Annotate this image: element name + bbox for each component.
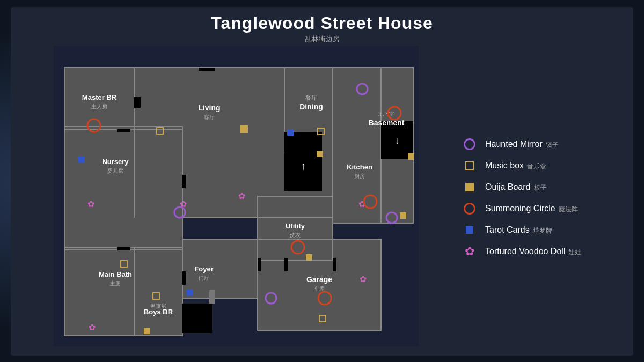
svg-text:✿: ✿ xyxy=(89,323,96,332)
svg-rect-64 xyxy=(240,125,248,133)
svg-rect-25 xyxy=(199,68,215,71)
svg-text:地下室: 地下室 xyxy=(378,111,394,117)
svg-text:婴儿房: 婴儿房 xyxy=(107,168,123,174)
svg-rect-65 xyxy=(287,129,294,136)
svg-rect-33 xyxy=(182,304,212,333)
map-svg: ↑ ↓ Master BR 主人房 N xyxy=(21,46,451,346)
svg-text:Nursery: Nursery xyxy=(102,158,129,166)
svg-text:✿: ✿ xyxy=(238,191,245,201)
haunted-mirror-icon xyxy=(462,136,478,152)
ouija-board-icon xyxy=(462,179,478,195)
legend-item-haunted-mirror: Haunted Mirror 镜子 xyxy=(462,136,623,152)
svg-text:↑: ↑ xyxy=(301,160,306,172)
svg-text:厨房: 厨房 xyxy=(354,173,365,179)
svg-rect-71 xyxy=(306,254,312,261)
tarot-cards-label: Tarot Cards 塔罗牌 xyxy=(485,225,552,235)
svg-text:Boys BR: Boys BR xyxy=(144,308,173,316)
page-title: Tanglewood Street House xyxy=(211,13,433,33)
title-area: Tanglewood Street House 乱林街边房 xyxy=(211,7,433,46)
svg-text:↓: ↓ xyxy=(395,135,400,146)
content-area: ↑ ↓ Master BR 主人房 N xyxy=(11,46,633,356)
svg-rect-84 xyxy=(400,212,406,219)
legend-area: Haunted Mirror 镜子 Music box 音乐盒 xyxy=(456,46,623,350)
svg-text:洗衣: 洗衣 xyxy=(290,232,301,238)
svg-rect-4 xyxy=(64,250,182,336)
svg-rect-78 xyxy=(144,328,150,334)
page-subtitle: 乱林街边房 xyxy=(211,34,433,44)
main-container: Tanglewood Street House 乱林街边房 xyxy=(11,7,633,356)
svg-rect-31 xyxy=(284,258,288,271)
svg-text:✿: ✿ xyxy=(87,200,94,209)
haunted-mirror-label: Haunted Mirror 镜子 xyxy=(485,139,559,150)
legend-item-ouija-board: Ouija Board 板子 xyxy=(462,179,623,195)
svg-text:门厅: 门厅 xyxy=(199,275,209,281)
svg-text:餐厅: 餐厅 xyxy=(305,94,317,101)
svg-text:Kitchen: Kitchen xyxy=(347,163,372,171)
svg-rect-24 xyxy=(134,97,141,108)
music-box-label: Music box 音乐盒 xyxy=(485,161,546,171)
svg-rect-30 xyxy=(258,258,261,271)
svg-rect-27 xyxy=(182,271,186,285)
music-box-icon xyxy=(462,158,478,174)
svg-rect-34 xyxy=(209,290,215,304)
svg-rect-29 xyxy=(117,247,130,250)
svg-rect-72 xyxy=(187,289,193,295)
svg-rect-28 xyxy=(117,129,130,132)
svg-text:Living: Living xyxy=(198,104,220,112)
legend-item-voodoo-doll: ✿ Tortured Voodoo Doll 娃娃 xyxy=(462,243,623,260)
voodoo-doll-icon: ✿ xyxy=(462,243,478,260)
svg-rect-66 xyxy=(317,151,323,157)
map-area: ↑ ↓ Master BR 主人房 N xyxy=(21,46,451,346)
svg-rect-59 xyxy=(78,156,84,162)
svg-text:男孩房: 男孩房 xyxy=(150,303,166,309)
svg-text:Utility: Utility xyxy=(286,222,305,230)
svg-text:主厕: 主厕 xyxy=(110,280,121,286)
legend-item-summoning-circle: Summoning Circle 魔法阵 xyxy=(462,201,623,217)
summoning-circle-label: Summoning Circle 魔法阵 xyxy=(485,204,578,214)
legend-item-music-box: Music box 音乐盒 xyxy=(462,158,623,174)
svg-text:Basement: Basement xyxy=(369,119,405,127)
svg-rect-85 xyxy=(408,153,414,160)
tarot-cards-icon xyxy=(462,222,478,238)
svg-text:Master BR: Master BR xyxy=(82,93,117,101)
summoning-circle-icon xyxy=(462,201,478,217)
ouija-board-label: Ouija Board 板子 xyxy=(485,182,547,193)
svg-text:Garage: Garage xyxy=(306,275,332,284)
svg-rect-32 xyxy=(333,258,336,271)
legend-item-tarot-cards: Tarot Cards 塔罗牌 xyxy=(462,222,623,238)
svg-text:Main Bath: Main Bath xyxy=(99,270,132,278)
svg-rect-5 xyxy=(182,239,258,298)
svg-rect-3 xyxy=(64,127,182,250)
svg-text:✿: ✿ xyxy=(360,275,367,284)
svg-text:主人房: 主人房 xyxy=(91,104,107,109)
svg-rect-26 xyxy=(182,175,186,188)
svg-text:客厅: 客厅 xyxy=(204,114,215,120)
svg-text:Foyer: Foyer xyxy=(194,265,213,273)
voodoo-doll-label: Tortured Voodoo Doll 娃娃 xyxy=(485,247,581,257)
svg-text:Dining: Dining xyxy=(299,102,323,111)
svg-text:车库: 车库 xyxy=(314,286,325,292)
